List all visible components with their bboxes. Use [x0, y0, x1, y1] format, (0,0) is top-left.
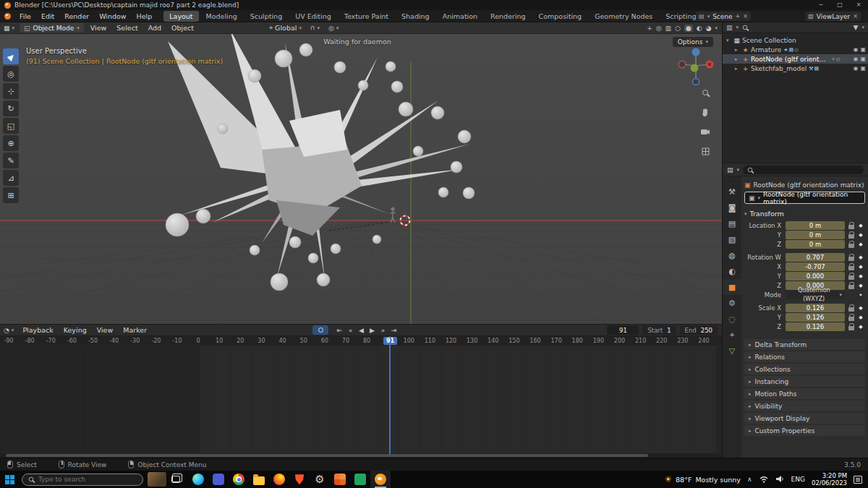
blender-menu-icon[interactable]: [4, 13, 11, 20]
viewport-3d[interactable]: User Perspective (91) Scene Collection |…: [0, 34, 722, 324]
keyframe-diamond-icon[interactable]: ◆: [856, 264, 865, 270]
transform-panel-header[interactable]: ▾ Transform: [744, 208, 865, 219]
keyframe-diamond-icon[interactable]: ◆: [856, 232, 865, 238]
scrollbar-thumb[interactable]: [6, 454, 648, 457]
menu-edit[interactable]: Edit: [36, 10, 59, 22]
eye-icon[interactable]: ◉: [853, 56, 858, 62]
panel-visibility[interactable]: ▸Visibility: [744, 401, 865, 411]
weather-widget[interactable]: ☀ 88°F Mostly sunny: [664, 474, 741, 484]
keyframe-diamond-icon[interactable]: ◆: [856, 305, 865, 311]
keyframe-diamond-icon[interactable]: ◆: [856, 324, 865, 330]
taskbar-app-firefox[interactable]: [269, 471, 289, 488]
outliner-row-scene-collection[interactable]: ▾▦Scene Collection: [723, 35, 868, 45]
jump-to-end-button[interactable]: ⇥: [388, 325, 399, 335]
clock[interactable]: 3:20 PM 02/06/2023: [812, 472, 847, 487]
pan-hand-icon[interactable]: [699, 106, 712, 119]
tool-rotate[interactable]: ↻: [3, 100, 19, 116]
workspace-tab-layout[interactable]: Layout: [163, 11, 198, 22]
lock-icon[interactable]: [848, 234, 854, 239]
properties-tab-render[interactable]: ◙: [723, 200, 741, 215]
play-reverse-button[interactable]: ◀: [356, 325, 367, 335]
proportional-editing-toggle[interactable]: ◎ ▾: [325, 25, 342, 32]
panel-motion-paths[interactable]: ▸Motion Paths: [744, 388, 865, 399]
viewlayer-selector[interactable]: ▧ ViewLayer ×: [805, 12, 861, 21]
value-field[interactable]: 0.126: [786, 322, 845, 331]
value-field[interactable]: -0.707: [786, 262, 845, 271]
value-field[interactable]: 0.126: [786, 313, 845, 322]
expander-icon[interactable]: ▸: [735, 56, 741, 62]
current-frame-badge[interactable]: 91: [383, 337, 397, 345]
value-field[interactable]: 0.126: [786, 304, 845, 312]
new-scene-icon[interactable]: +: [736, 13, 741, 20]
timeline-menu-playback[interactable]: Playback: [17, 324, 58, 336]
outliner-row-rootnode-gltf-orientation-matrix[interactable]: ▸+RootNode (gltf orientation matrix)+◇◉▣: [723, 54, 868, 64]
properties-tab-world[interactable]: ◐: [723, 263, 741, 279]
show-gizmo-icon[interactable]: +: [647, 25, 652, 32]
gizmo-negative-z-axis[interactable]: [693, 79, 699, 85]
expander-icon[interactable]: ▸: [735, 66, 741, 72]
jump-to-previous-keyframe-button[interactable]: «: [345, 325, 356, 335]
workspace-tab-geometry-nodes[interactable]: Geometry Nodes: [589, 11, 658, 22]
tool-measure[interactable]: ⊿: [3, 170, 19, 186]
timeline-menu-marker[interactable]: Marker: [118, 324, 152, 336]
properties-search[interactable]: [743, 166, 864, 174]
camera-view-icon[interactable]: [699, 125, 712, 138]
lock-icon[interactable]: [848, 326, 854, 330]
tool-transform[interactable]: ⊕: [3, 135, 19, 151]
rotation-mode-select[interactable]: Quaternion (WXYZ)▾: [786, 291, 845, 299]
properties-tab-physics[interactable]: ◌: [723, 311, 741, 327]
lock-icon[interactable]: [848, 225, 854, 229]
properties-tab-object[interactable]: ■: [723, 279, 741, 295]
eye-icon[interactable]: ◉: [853, 46, 858, 53]
gizmo-z-axis[interactable]: [692, 48, 700, 56]
taskbar-app-office-green[interactable]: [350, 471, 370, 488]
keyframe-diamond-icon[interactable]: ◆: [856, 241, 865, 247]
search-input[interactable]: [38, 476, 125, 483]
menu-file[interactable]: File: [14, 10, 36, 22]
toggle-xray-icon[interactable]: ▥: [665, 25, 672, 32]
language-indicator[interactable]: ENG: [791, 476, 805, 483]
shading-solid-icon[interactable]: ●: [684, 25, 693, 32]
value-field[interactable]: 0.000: [786, 272, 845, 281]
zoom-icon[interactable]: [699, 86, 712, 99]
viewport-menu-object[interactable]: Object: [166, 22, 199, 34]
show-overlays-icon[interactable]: ◎: [656, 25, 662, 32]
lock-icon[interactable]: [848, 317, 854, 321]
tool-scale[interactable]: ◱: [3, 118, 19, 134]
menu-window[interactable]: Window: [94, 10, 131, 22]
animate-property-dot[interactable]: •: [856, 291, 865, 299]
keyframe-diamond-icon[interactable]: ◆: [856, 314, 865, 320]
volume-icon[interactable]: [775, 475, 785, 484]
timeline-ruler[interactable]: -90-80-70-60-50-40-30-20-100102030405060…: [0, 336, 722, 346]
snap-toggle[interactable]: ∪ ▾: [307, 25, 323, 32]
taskbar-app-edge[interactable]: [188, 471, 208, 488]
workspace-tab-texture-paint[interactable]: Texture Paint: [339, 11, 394, 22]
workspace-tab-animation[interactable]: Animation: [437, 11, 483, 22]
expander-icon[interactable]: ▸: [735, 47, 741, 53]
keyframe-diamond-icon[interactable]: ◆: [856, 254, 865, 260]
navigation-gizmo[interactable]: [676, 44, 716, 89]
panel-relations[interactable]: ▸Relations: [744, 351, 865, 362]
camera-icon[interactable]: ▣: [860, 65, 866, 72]
current-frame-field[interactable]: 91: [607, 325, 639, 335]
playhead-line[interactable]: [389, 336, 391, 454]
taskbar-app-chrome[interactable]: [229, 471, 249, 488]
action-center-icon[interactable]: [854, 476, 862, 484]
camera-icon[interactable]: ▣: [860, 46, 866, 53]
workspace-tab-uv-editing[interactable]: UV Editing: [289, 11, 337, 22]
minimize-button[interactable]: ─: [812, 0, 830, 10]
viewport-menu-select[interactable]: Select: [111, 22, 142, 34]
workspace-tab-shading[interactable]: Shading: [396, 11, 435, 22]
value-field[interactable]: 0 m: [786, 231, 845, 239]
properties-tab-data[interactable]: ▽: [723, 343, 741, 359]
tool-tweak[interactable]: ▶: [3, 48, 19, 64]
taskbar-app-settings[interactable]: ⚙: [310, 471, 330, 488]
remove-viewlayer-icon[interactable]: ×: [853, 13, 858, 20]
lock-icon[interactable]: [848, 307, 854, 312]
lock-icon[interactable]: [848, 285, 854, 289]
tool-annotate[interactable]: ✎: [3, 153, 19, 168]
outliner-row-armature[interactable]: ▸★Armature★▤◇◉▣: [723, 45, 868, 54]
keyframe-diamond-icon[interactable]: ◆: [856, 273, 865, 279]
properties-tab-tool[interactable]: ⚒: [723, 184, 741, 200]
taskbar-app-teams[interactable]: [208, 471, 229, 488]
